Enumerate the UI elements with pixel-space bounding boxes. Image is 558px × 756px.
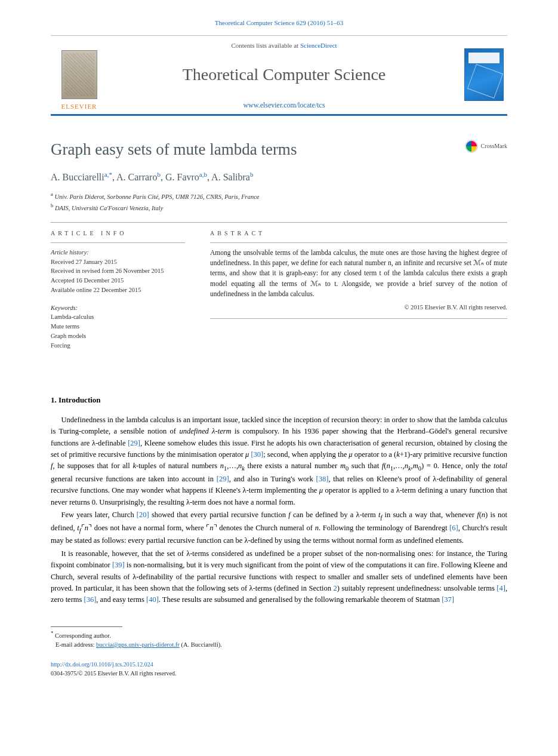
article-footer: http://dx.doi.org/10.1016/j.tcs.2015.12.…: [51, 657, 507, 678]
author-2-aff: b: [157, 171, 161, 178]
citation-header: Theoretical Computer Science 629 (2016) …: [51, 18, 507, 28]
affiliation-b: DAIS, Università Ca'Foscari Venezia, Ita…: [55, 204, 163, 211]
corresponding-mark: *: [109, 171, 112, 178]
crossmark-label: CrossMark: [481, 142, 507, 150]
ref-29[interactable]: [29]: [128, 439, 140, 447]
crossmark-badge[interactable]: CrossMark: [465, 140, 507, 153]
abstract-heading: ABSTRACT: [210, 229, 507, 238]
journal-header-panel: ELSEVIER Contents lists available at Sci…: [51, 35, 507, 116]
journal-cover-thumb: [461, 36, 507, 114]
contents-lists-line: Contents lists available at ScienceDirec…: [107, 41, 461, 51]
ref-39[interactable]: [39]: [112, 561, 125, 569]
article-info-heading: ARTICLE INFO: [51, 229, 185, 238]
journal-homepage-link[interactable]: www.elsevier.com/locate/tcs: [107, 100, 461, 110]
divider: [210, 318, 507, 319]
doi-link[interactable]: http://dx.doi.org/10.1016/j.tcs.2015.12.…: [51, 661, 153, 668]
ref-30[interactable]: [30]: [251, 450, 263, 459]
author-3-aff: a,b: [199, 171, 207, 178]
ref-20[interactable]: [20]: [137, 511, 149, 519]
lists-text: Contents lists available at: [231, 42, 300, 49]
abstract-text: Among the unsolvable terms of the lambda…: [210, 248, 507, 299]
intro-para-1: Undefinedness in the lambda calculus is …: [51, 414, 507, 508]
authors-line: A. Bucciarellia,*, A. Carrarob, G. Favro…: [51, 170, 507, 185]
abstract-copyright: © 2015 Elsevier B.V. All rights reserved…: [210, 303, 507, 312]
history-item: Accepted 16 December 2015: [51, 276, 185, 285]
author-4-aff: b: [250, 171, 254, 178]
publisher-logo-block: ELSEVIER: [51, 36, 107, 114]
keyword: Mute terms: [51, 322, 185, 331]
crossmark-icon: [465, 140, 478, 153]
issn-copyright-line: 0304-3975/© 2015 Elsevier B.V. All right…: [51, 670, 176, 677]
history-item: Received in revised form 26 November 201…: [51, 266, 185, 276]
divider-top: [51, 222, 507, 223]
keyword: Forcing: [51, 341, 185, 351]
affiliations-block: a Univ. Paris Diderot, Sorbonne Paris Ci…: [51, 190, 507, 213]
ref-38[interactable]: [38]: [316, 475, 329, 483]
author-2: A. Carraro: [116, 172, 157, 182]
author-4: A. Salibra: [211, 172, 250, 182]
keywords-block: Keywords: Lambda-calculus Mute terms Gra…: [51, 303, 185, 351]
divider: [210, 242, 507, 243]
sciencedirect-link[interactable]: ScienceDirect: [300, 42, 337, 49]
history-label: Article history:: [51, 248, 185, 257]
keyword: Lambda-calculus: [51, 312, 185, 322]
history-item: Available online 22 December 2015: [51, 285, 185, 295]
elsevier-tree-icon: [61, 50, 97, 99]
article-title: Graph easy sets of mute lambda terms: [51, 137, 297, 162]
footnotes-block: * Corresponding author. E-mail address: …: [51, 629, 507, 650]
citation-text: Theoretical Computer Science 629 (2016) …: [215, 19, 343, 26]
intro-para-3: It is reasonable, however, that the set …: [51, 548, 507, 606]
author-1: A. Bucciarelli: [51, 172, 104, 182]
section-1-heading: 1. Introduction: [51, 394, 507, 406]
publisher-name: ELSEVIER: [61, 102, 97, 112]
ref-36[interactable]: [36]: [84, 595, 97, 604]
footnote-separator: [51, 626, 122, 627]
email-label: E-mail address:: [56, 641, 95, 648]
ref-37[interactable]: [37]: [442, 595, 454, 604]
keyword: Graph models: [51, 331, 185, 341]
cover-image-icon: [464, 48, 504, 101]
keywords-label: Keywords:: [51, 303, 185, 313]
history-item: Received 27 January 2015: [51, 257, 185, 267]
email-person: (A. Bucciarelli).: [181, 641, 222, 648]
divider: [51, 242, 185, 243]
intro-para-2: Few years later, Church [20] showed that…: [51, 509, 507, 547]
corresponding-email-link[interactable]: buccia@pps.univ-paris-diderot.fr: [96, 641, 180, 648]
ref-section-2[interactable]: 2: [334, 584, 337, 592]
ref-29b[interactable]: [29]: [217, 475, 229, 483]
ref-6[interactable]: [6]: [449, 524, 458, 532]
ref-40[interactable]: [40]: [146, 595, 159, 604]
affiliation-a: Univ. Paris Diderot, Sorbonne Paris Cité…: [55, 193, 260, 200]
ref-4[interactable]: [4]: [497, 584, 505, 592]
introduction-body: Undefinedness in the lambda calculus is …: [51, 414, 507, 606]
corresponding-author-label: Corresponding author.: [55, 632, 111, 638]
author-3: G. Favro: [165, 172, 199, 182]
journal-name: Theoretical Computer Science: [107, 62, 461, 87]
journal-info-center: Contents lists available at ScienceDirec…: [107, 36, 461, 114]
article-history-block: Article history: Received 27 January 201…: [51, 248, 185, 295]
